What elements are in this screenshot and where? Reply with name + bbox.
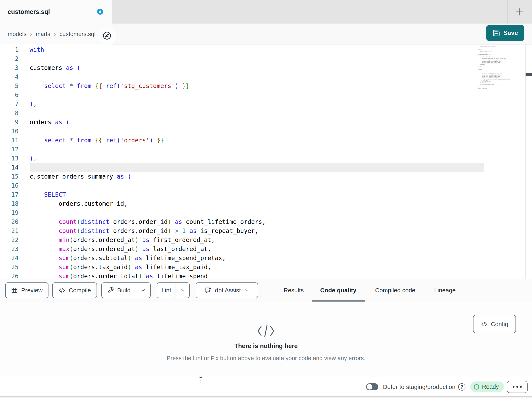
tab-code-quality[interactable]: Code quality [319,279,358,301]
editor-minimap[interactable]: with customers as ( select * from {{ ref… [478,45,525,89]
breadcrumb-marts[interactable]: marts [36,31,51,38]
code-line-15[interactable]: 15customer_orders_summary as ( [0,172,532,181]
line-number: 8 [0,109,19,117]
code-text: customers as ( [30,63,81,72]
status-bar: Defer to staging/production ? Ready [0,377,532,396]
chevron-right-icon: › [54,31,56,38]
code-line-23[interactable]: 23 max(orders.ordered_at) as last_ordere… [0,244,532,254]
line-number: 5 [0,81,19,90]
lineage-compass-button[interactable] [98,28,116,43]
defer-label: Defer to staging/production [383,384,455,390]
file-header-row: models › marts › customers.sql Save [0,24,532,45]
code-line-3[interactable]: 3customers as ( [0,63,532,72]
line-number: 12 [0,145,19,154]
code-line-13[interactable]: 13), [0,154,532,163]
code-line-12[interactable]: 12 [0,145,532,154]
more-options-button[interactable] [507,381,528,393]
tab-lineage[interactable]: Lineage [433,279,457,301]
code-line-18[interactable]: 18 orders.customer_id, [0,199,532,208]
unsaved-changes-dot-icon [97,9,103,15]
empty-state-title: There is nothing here [0,342,532,350]
dbt-assist-button[interactable]: dbt Assist [196,282,258,298]
chat-sparkle-icon [205,287,212,294]
code-line-24[interactable]: 24 sum(orders.subtotal) as lifetime_spen… [0,254,532,262]
code-empty-state-icon [256,323,276,339]
build-button[interactable]: Build [102,283,136,298]
code-line-11[interactable]: 11 select * from {{ ref('orders') }} [0,136,532,145]
code-line-14[interactable]: 14 [0,163,532,172]
code-line-16[interactable]: 16 [0,181,532,190]
help-icon[interactable]: ? [458,383,465,391]
indent-guide [31,72,31,99]
code-line-26[interactable]: 26 sum(orders.order_total) as lifetime_s… [0,272,532,279]
floppy-disk-icon [493,29,500,37]
tab-compiled-code[interactable]: Compiled code [374,279,417,301]
code-line-20[interactable]: 20 count(distinct orders.order_id) as co… [0,217,532,226]
code-text: SELECT [30,190,66,199]
text-cursor-pointer [199,377,203,384]
code-text: max(orders.ordered_at) as last_ordered_a… [30,244,211,254]
code-text: customer_orders_summary as ( [30,172,131,181]
code-text: orders as ( [30,117,70,127]
active-tab-underline [312,300,365,302]
code-line-25[interactable]: 25 sum(orders.tax_paid) as lifetime_tax_… [0,262,532,272]
build-label: Build [117,287,131,294]
code-line-1[interactable]: 1with [0,45,532,54]
code-text: ), [30,154,37,163]
code-text: count(distinct orders.order_id) as count… [30,217,266,226]
lint-dropdown-button[interactable] [176,283,189,298]
code-line-8[interactable]: 8 [0,109,532,117]
code-text: min(orders.ordered_at) as first_ordered_… [30,235,215,244]
line-number: 14 [0,163,19,172]
breadcrumb-models[interactable]: models [8,31,26,38]
code-text: orders.customer_id, [30,199,128,208]
breadcrumb-customers-sql[interactable]: customers.sql [60,31,95,38]
tab-results[interactable]: Results [282,279,305,301]
editor-toolbar: Preview Compile Build Lint [0,279,532,302]
code-text: sum(orders.order_total) as lifetime_spen… [30,272,208,279]
line-number: 19 [0,208,19,217]
preview-button[interactable]: Preview [5,282,49,298]
lint-button[interactable]: Lint [157,283,176,298]
line-number: 21 [0,226,19,235]
indent-guide [31,127,31,154]
code-quality-panel: There is nothing here Press the Lint or … [0,302,532,377]
config-button[interactable]: Config [473,315,516,333]
defer-toggle[interactable] [366,383,378,390]
line-number: 6 [0,90,19,99]
line-number: 22 [0,235,19,244]
build-split-button: Build [101,282,151,298]
line-number: 26 [0,272,19,279]
code-editor[interactable]: 1with23customers as (45 select * from {{… [0,45,532,279]
line-number: 20 [0,217,19,226]
lint-split-button: Lint [157,282,190,298]
code-line-5[interactable]: 5 select * from {{ ref('stg_customers') … [0,81,532,90]
code-line-19[interactable]: 19 [0,208,532,217]
new-tab-button[interactable] [513,5,527,19]
code-line-17[interactable]: 17 SELECT [0,190,532,199]
line-number: 25 [0,262,19,272]
compile-button[interactable]: Compile [52,282,97,298]
window-bottom-edge [0,396,532,398]
code-line-22[interactable]: 22 min(orders.ordered_at) as first_order… [0,235,532,244]
tab-customers-sql[interactable]: customers.sql [0,0,112,24]
preview-label: Preview [21,287,43,294]
code-line-7[interactable]: 7), [0,99,532,109]
code-line-2[interactable]: 2 [0,54,532,63]
code-icon [481,321,488,327]
code-text: ), [30,99,37,109]
code-line-4[interactable]: 4 [0,72,532,81]
build-dropdown-button[interactable] [136,283,150,298]
code-line-10[interactable]: 10 [0,127,532,136]
line-number: 16 [0,181,19,190]
scrollbar-thumb[interactable] [526,73,532,76]
save-button[interactable]: Save [486,25,524,41]
code-icon [58,287,66,294]
line-number: 13 [0,154,19,163]
code-line-6[interactable]: 6 [0,90,532,99]
compass-icon [102,30,112,41]
line-number: 23 [0,244,19,254]
code-line-21[interactable]: 21 count(distinct orders.order_id) > 1 a… [0,226,532,235]
editor-tab-bar: customers.sql [0,0,532,24]
code-line-9[interactable]: 9orders as ( [0,117,532,127]
